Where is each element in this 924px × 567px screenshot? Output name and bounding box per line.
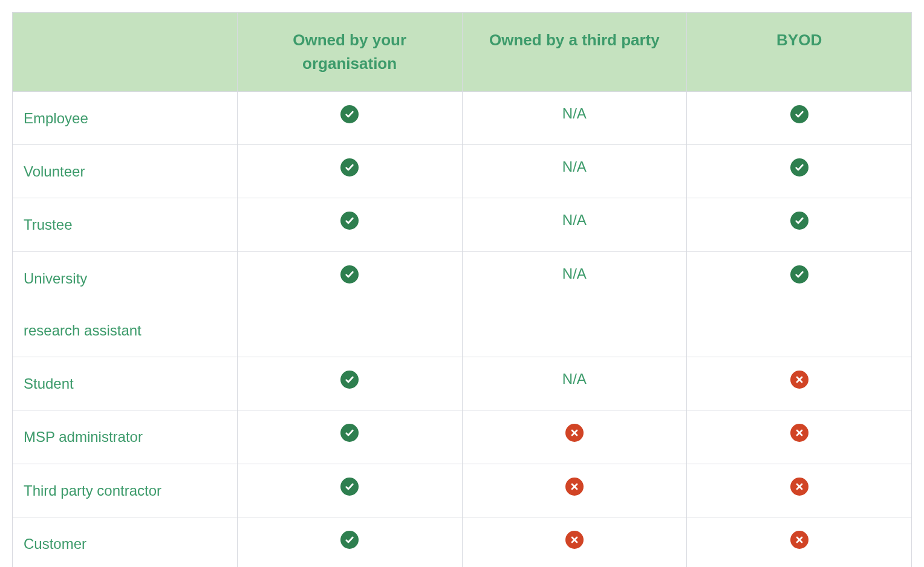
data-cell	[462, 410, 687, 464]
header-blank	[13, 13, 238, 92]
na-text: N/A	[562, 265, 587, 282]
check-icon	[340, 531, 359, 549]
row-label: Employee	[13, 92, 238, 145]
table-row: University research assistantN/A	[13, 251, 912, 357]
cross-icon	[790, 478, 808, 496]
check-icon	[790, 158, 808, 177]
data-cell	[687, 517, 912, 567]
data-cell: N/A	[462, 145, 687, 198]
table-row: MSP administrator	[13, 410, 912, 464]
data-cell: N/A	[462, 357, 687, 410]
data-cell	[687, 357, 912, 410]
cross-icon	[790, 424, 808, 442]
check-icon	[340, 212, 359, 230]
na-text: N/A	[562, 158, 587, 175]
table-row: TrusteeN/A	[13, 198, 912, 251]
data-cell	[237, 464, 462, 517]
na-text: N/A	[562, 371, 587, 387]
data-cell: N/A	[462, 92, 687, 145]
data-cell	[687, 464, 912, 517]
check-icon	[340, 105, 359, 123]
check-icon	[790, 105, 808, 123]
check-icon	[340, 478, 359, 496]
row-label: Third party contractor	[13, 464, 238, 517]
row-label: Volunteer	[13, 145, 238, 198]
data-cell	[237, 410, 462, 464]
check-icon	[790, 265, 808, 284]
row-label: MSP administrator	[13, 410, 238, 464]
header-byod: BYOD	[687, 13, 912, 92]
table-header-row: Owned by your organisation Owned by a th…	[13, 13, 912, 92]
row-label: University research assistant	[13, 251, 238, 357]
check-icon	[790, 212, 808, 230]
check-icon	[340, 265, 359, 284]
data-cell	[237, 145, 462, 198]
data-cell	[687, 198, 912, 251]
table-row: Third party contractor	[13, 464, 912, 517]
table-row: VolunteerN/A	[13, 145, 912, 198]
cross-icon	[790, 371, 808, 389]
na-text: N/A	[562, 105, 587, 122]
data-cell	[237, 251, 462, 357]
cross-icon	[565, 478, 584, 496]
row-label: Student	[13, 357, 238, 410]
row-label: Trustee	[13, 198, 238, 251]
data-cell	[237, 198, 462, 251]
data-cell: N/A	[462, 198, 687, 251]
table-row: EmployeeN/A	[13, 92, 912, 145]
cross-icon	[565, 531, 584, 549]
data-cell	[237, 357, 462, 410]
data-cell	[237, 517, 462, 567]
data-cell	[687, 92, 912, 145]
device-ownership-table: Owned by your organisation Owned by a th…	[12, 12, 912, 567]
data-cell	[462, 517, 687, 567]
data-cell: N/A	[462, 251, 687, 357]
data-cell	[687, 251, 912, 357]
header-owned-by-org: Owned by your organisation	[237, 13, 462, 92]
data-cell	[687, 145, 912, 198]
data-cell	[237, 92, 462, 145]
na-text: N/A	[562, 212, 587, 228]
data-cell	[687, 410, 912, 464]
data-cell	[462, 464, 687, 517]
cross-icon	[565, 424, 584, 442]
table-row: StudentN/A	[13, 357, 912, 410]
row-label: Customer	[13, 517, 238, 567]
table-row: Customer	[13, 517, 912, 567]
check-icon	[340, 371, 359, 389]
cross-icon	[790, 531, 808, 549]
header-owned-by-third-party: Owned by a third party	[462, 13, 687, 92]
check-icon	[340, 424, 359, 442]
check-icon	[340, 158, 359, 177]
